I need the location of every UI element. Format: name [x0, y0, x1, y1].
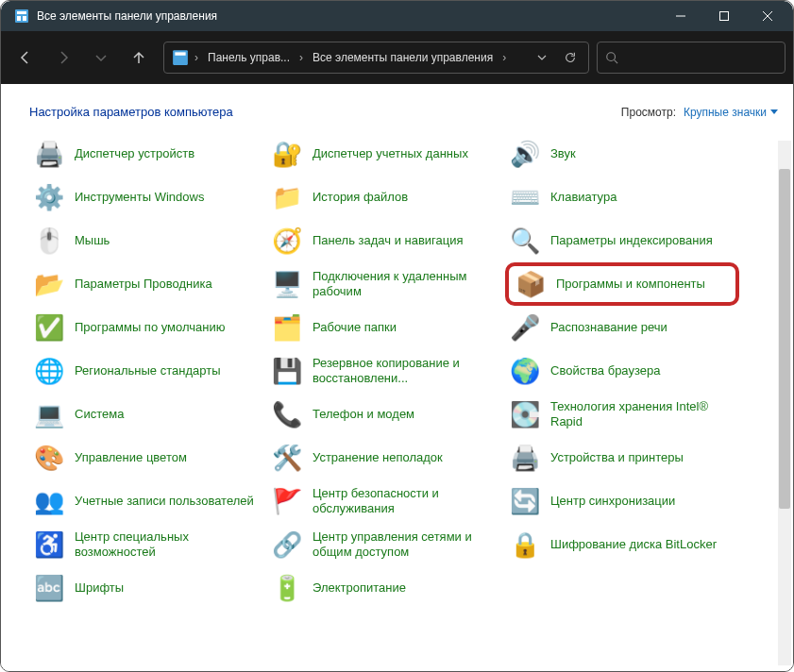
- item-icon: 🧭: [271, 225, 303, 257]
- control-panel-item[interactable]: 🚩Центр безопасности и обслуживания: [267, 479, 501, 523]
- forward-button[interactable]: [46, 41, 80, 75]
- window-controls: [659, 1, 789, 31]
- header-row: Настройка параметров компьютера Просмотр…: [29, 105, 778, 119]
- chevron-right-icon[interactable]: ›: [498, 51, 510, 64]
- control-panel-item[interactable]: 🌍Свойства браузера: [505, 349, 739, 393]
- close-button[interactable]: [746, 1, 789, 31]
- search-box[interactable]: [597, 42, 786, 74]
- item-label: Управление цветом: [75, 450, 187, 465]
- control-panel-item[interactable]: 📁История файлов: [267, 176, 501, 219]
- control-panel-item[interactable]: 🔗Центр управления сетями и общим доступо…: [267, 523, 501, 566]
- window-title: Все элементы панели управления: [37, 9, 659, 23]
- chevron-right-icon[interactable]: ›: [296, 51, 307, 64]
- item-label: Шрифты: [75, 580, 124, 596]
- item-label: Региональные стандарты: [75, 363, 220, 378]
- item-label: Мышь: [75, 233, 110, 248]
- control-panel-item[interactable]: ⌨️Клавиатура: [505, 176, 739, 219]
- control-panel-item[interactable]: ✅Программы по умолчанию: [29, 306, 263, 349]
- control-panel-item[interactable]: 🔐Диспетчер учетных данных: [267, 132, 501, 176]
- scrollbar-thumb[interactable]: [779, 169, 790, 509]
- svg-line-11: [615, 60, 618, 64]
- breadcrumb-segment[interactable]: Все элементы панели управления: [307, 42, 498, 73]
- control-panel-item[interactable]: 🔒Шифрование диска BitLocker: [505, 523, 739, 566]
- breadcrumb-segment[interactable]: Панель управ...: [202, 42, 296, 73]
- item-icon: 🔊: [509, 138, 541, 170]
- control-panel-item[interactable]: ⚙️Инструменты Windows: [29, 176, 263, 219]
- item-icon: 📦: [515, 268, 547, 300]
- back-button[interactable]: [8, 41, 42, 75]
- item-label: Учетные записи пользователей: [75, 494, 254, 509]
- control-panel-item[interactable]: 🔍Параметры индексирования: [505, 219, 739, 262]
- control-panel-item[interactable]: 💾Резервное копирование и восстановлени..…: [267, 349, 501, 393]
- item-icon: 🔐: [271, 138, 303, 170]
- item-label: Панель задач и навигация: [313, 233, 464, 248]
- item-label: Центр синхронизации: [550, 494, 675, 509]
- control-panel-item[interactable]: 🔋Электропитание: [267, 566, 501, 610]
- item-label: Резервное копирование и восстановлени...: [313, 356, 498, 387]
- control-panel-item[interactable]: 🖥️Подключения к удаленным рабочим: [267, 262, 501, 306]
- item-icon: 🔋: [271, 572, 303, 604]
- maximize-button[interactable]: [702, 1, 746, 31]
- control-panel-item[interactable]: 👥Учетные записи пользователей: [29, 479, 263, 523]
- control-panel-item[interactable]: 🔄Центр синхронизации: [505, 479, 739, 523]
- control-panel-item[interactable]: 🔊Звук: [505, 132, 739, 176]
- item-label: Рабочие папки: [313, 320, 397, 335]
- svg-rect-5: [720, 12, 729, 21]
- control-panel-item[interactable]: 💻Система: [29, 393, 263, 436]
- control-panel-item[interactable]: 🖱️Мышь: [29, 219, 263, 262]
- item-icon: 🚩: [271, 485, 303, 517]
- item-icon: 🖨️: [509, 442, 541, 474]
- item-label: Свойства браузера: [550, 363, 660, 378]
- item-label: Центр специальных возможностей: [75, 529, 260, 561]
- control-panel-item[interactable]: 🖨️Диспетчер устройств: [29, 132, 263, 176]
- control-panel-item[interactable]: 🗂️Рабочие папки: [267, 306, 501, 349]
- item-label: Система: [75, 407, 124, 422]
- control-panel-item[interactable]: 🎤Распознавание речи: [505, 306, 739, 349]
- item-label: Подключения к удаленным рабочим: [313, 269, 498, 300]
- view-value-text: Крупные значки: [684, 106, 767, 119]
- item-icon: 📞: [271, 398, 303, 430]
- item-label: Диспетчер учетных данных: [313, 146, 468, 161]
- item-icon: 💻: [33, 398, 65, 430]
- control-panel-item[interactable]: 🛠️Устранение неполадок: [267, 436, 501, 479]
- item-icon: 🌍: [509, 355, 541, 387]
- item-icon: ⚙️: [33, 181, 65, 213]
- chevron-right-icon[interactable]: ›: [191, 51, 202, 64]
- item-icon: ♿: [33, 529, 65, 561]
- minimize-button[interactable]: [659, 1, 702, 31]
- item-label: Инструменты Windows: [75, 190, 204, 205]
- refresh-button[interactable]: [556, 42, 584, 73]
- toolbar: › Панель управ... › Все элементы панели …: [1, 31, 793, 84]
- address-bar[interactable]: › Панель управ... › Все элементы панели …: [163, 42, 589, 74]
- control-panel-item[interactable]: 💽Технология хранения Intel® Rapid: [505, 393, 739, 436]
- view-label: Просмотр:: [621, 106, 676, 119]
- item-icon: 📂: [33, 268, 65, 300]
- item-label: Диспетчер устройств: [75, 146, 194, 161]
- view-selector[interactable]: Крупные значки: [684, 106, 778, 119]
- address-dropdown[interactable]: [528, 42, 556, 73]
- item-icon: 📁: [271, 181, 303, 213]
- item-icon: 🖱️: [33, 225, 65, 257]
- item-icon: 🗂️: [271, 311, 303, 344]
- control-panel-item[interactable]: 📂Параметры Проводника: [29, 262, 263, 306]
- item-icon: ✅: [33, 311, 65, 344]
- items-grid: 🖨️Диспетчер устройств🔐Диспетчер учетных …: [29, 132, 778, 610]
- svg-rect-1: [17, 11, 26, 14]
- item-label: Центр управления сетями и общим доступом: [313, 529, 498, 561]
- item-icon: 💾: [271, 355, 303, 387]
- control-panel-item[interactable]: 🌐Региональные стандарты: [29, 349, 263, 393]
- item-label: Шифрование диска BitLocker: [550, 537, 717, 552]
- control-panel-item[interactable]: 🖨️Устройства и принтеры: [505, 436, 739, 479]
- control-panel-item[interactable]: 📦Программы и компоненты: [505, 262, 739, 306]
- item-label: Программы и компоненты: [556, 277, 705, 292]
- up-button[interactable]: [122, 41, 156, 75]
- control-panel-item[interactable]: 📞Телефон и модем: [267, 393, 501, 436]
- item-icon: 🎤: [509, 311, 541, 344]
- scrollbar[interactable]: [778, 141, 791, 665]
- control-panel-item[interactable]: ♿Центр специальных возможностей: [29, 523, 263, 566]
- recent-button[interactable]: [84, 41, 118, 75]
- control-panel-item[interactable]: 🔤Шрифты: [29, 566, 263, 610]
- control-panel-item[interactable]: 🧭Панель задач и навигация: [267, 219, 501, 262]
- control-panel-item[interactable]: 🎨Управление цветом: [29, 436, 263, 479]
- item-icon: 🔄: [509, 485, 541, 517]
